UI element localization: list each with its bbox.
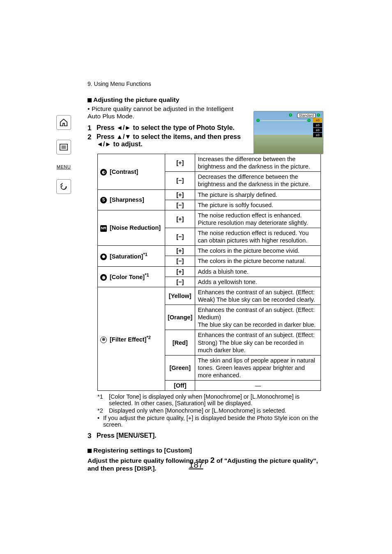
menu-label[interactable]: MENU bbox=[57, 164, 71, 169]
section-adjusting-quality: Adjusting the picture quality bbox=[88, 96, 321, 104]
footnote-3: • If you adjust the picture quality, [+]… bbox=[97, 415, 321, 428]
val: [+] bbox=[165, 189, 195, 200]
main-content: 9. Using Menu Functions Adjusting the pi… bbox=[88, 81, 321, 472]
step-3: 3 Press [MENU/SET]. bbox=[88, 432, 321, 440]
chevron-right-icon: › bbox=[317, 113, 320, 117]
val: [−] bbox=[165, 200, 195, 210]
square-bullet-icon bbox=[88, 449, 92, 453]
document-icon[interactable] bbox=[56, 140, 71, 155]
footnote-1: *1 [Color Tone] is displayed only when [… bbox=[97, 393, 321, 406]
desc: — bbox=[195, 381, 321, 391]
val: [+] bbox=[165, 154, 195, 172]
val: [Green] bbox=[165, 355, 195, 380]
desc: Enhances the contrast of an subject. (Ef… bbox=[195, 287, 321, 305]
desc: The colors in the picture become natural… bbox=[195, 256, 321, 266]
desc: The noise reduction effect is reduced. Y… bbox=[195, 228, 321, 246]
val: [Yellow] bbox=[165, 287, 195, 305]
back-icon[interactable] bbox=[56, 179, 71, 194]
desc: Adds a bluish tone. bbox=[195, 266, 321, 277]
param-sharpness: S [Sharpness] bbox=[98, 189, 165, 210]
sharpness-icon: S bbox=[100, 197, 107, 203]
chevron-left-icon: ‹ bbox=[289, 113, 292, 117]
sidebar-nav: MENU bbox=[55, 115, 73, 194]
val: [+] bbox=[165, 210, 195, 228]
badge-sharpness: ±0 bbox=[313, 123, 322, 127]
badge-contrast: ±0 bbox=[313, 118, 322, 122]
widget-line bbox=[261, 120, 307, 121]
val: [−] bbox=[165, 172, 195, 189]
val: [−] bbox=[165, 277, 195, 287]
desc: Enhances the contrast of an subject. (Ef… bbox=[195, 305, 321, 330]
param-saturation: ✽ [Saturation]*1 bbox=[98, 246, 165, 266]
val: [+] bbox=[165, 246, 195, 256]
val: [−] bbox=[165, 256, 195, 266]
quality-table: ◐ [Contrast] [+] Increases the differenc… bbox=[88, 154, 321, 391]
val: [+] bbox=[165, 266, 195, 277]
desc: Decreases the difference between the bri… bbox=[195, 172, 321, 189]
home-icon[interactable] bbox=[56, 115, 71, 130]
desc: The picture is sharply defined. bbox=[195, 189, 321, 200]
preview-widget: Standard › ‹ ‹ › ±0 ±0 ±0 ±0 bbox=[254, 111, 323, 154]
nav-right-icon: › bbox=[307, 119, 311, 122]
desc: Enhances the contrast of an subject. (Ef… bbox=[195, 330, 321, 355]
nav-left-icon: ‹ bbox=[256, 119, 260, 122]
desc: The skin and lips of people appear in na… bbox=[195, 355, 321, 380]
param-filter-effect: ⊗ [Filter Effect]*2 bbox=[98, 287, 165, 391]
page-number: 187 bbox=[0, 460, 392, 470]
val: [Red] bbox=[165, 330, 195, 355]
desc: Increases the difference between the bri… bbox=[195, 154, 321, 172]
val: [Orange] bbox=[165, 305, 195, 330]
val: [Off] bbox=[165, 381, 195, 391]
desc: The noise reduction effect is enhanced. … bbox=[195, 210, 321, 228]
desc: The picture is softly focused. bbox=[195, 200, 321, 210]
saturation-icon: ✽ bbox=[100, 254, 107, 260]
footnote-2: *2 Displayed only when [Monochrome] or [… bbox=[97, 407, 321, 414]
param-noise-reduction: NR [Noise Reduction] bbox=[98, 210, 165, 246]
widget-badges: ±0 ±0 ±0 ±0 bbox=[313, 118, 322, 138]
val: [−] bbox=[165, 228, 195, 246]
footnotes: *1 [Color Tone] is displayed only when [… bbox=[97, 393, 321, 428]
photostyle-pill: Standard bbox=[297, 113, 316, 118]
param-contrast: ◐ [Contrast] bbox=[98, 154, 165, 190]
desc: Adds a yellowish tone. bbox=[195, 277, 321, 287]
desc: The colors in the picture become vivid. bbox=[195, 246, 321, 256]
contrast-icon: ◐ bbox=[100, 169, 107, 175]
square-bullet-icon bbox=[88, 98, 92, 102]
param-color-tone: ◉ [Color Tone]*1 bbox=[98, 266, 165, 287]
badge-sat: ±0 bbox=[313, 133, 322, 137]
chapter-heading: 9. Using Menu Functions bbox=[88, 81, 321, 87]
filter-icon: ⊗ bbox=[100, 337, 107, 343]
nr-icon: NR bbox=[100, 225, 107, 232]
note-intelligent-auto: • Picture quality cannot be adjusted in … bbox=[88, 105, 244, 120]
badge-nr: ±0 bbox=[313, 128, 322, 132]
colortone-icon: ◉ bbox=[100, 274, 107, 281]
